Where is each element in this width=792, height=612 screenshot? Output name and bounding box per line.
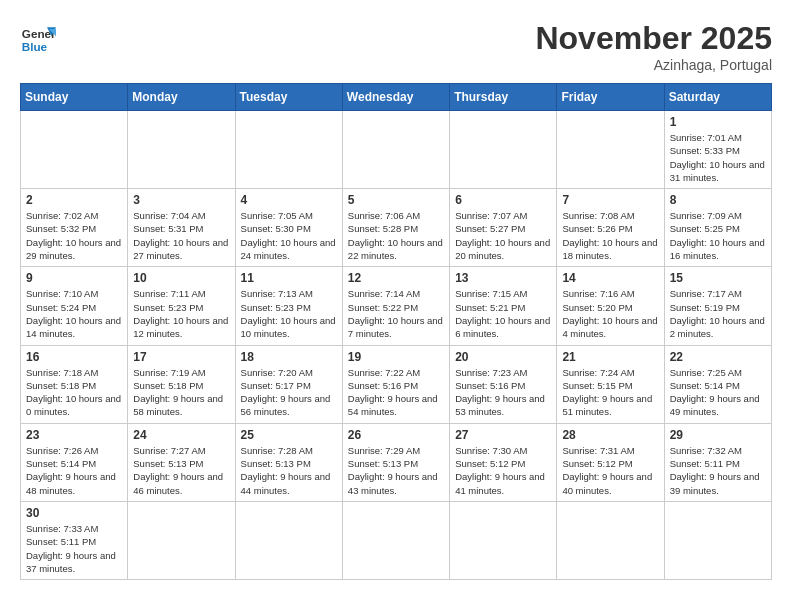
calendar-day-cell (235, 111, 342, 189)
day-info: Sunrise: 7:10 AM Sunset: 5:24 PM Dayligh… (26, 287, 122, 340)
day-number: 23 (26, 428, 122, 442)
day-number: 9 (26, 271, 122, 285)
day-number: 30 (26, 506, 122, 520)
day-number: 26 (348, 428, 444, 442)
calendar-day-cell: 12Sunrise: 7:14 AM Sunset: 5:22 PM Dayli… (342, 267, 449, 345)
day-info: Sunrise: 7:22 AM Sunset: 5:16 PM Dayligh… (348, 366, 444, 419)
calendar-week-row: 30Sunrise: 7:33 AM Sunset: 5:11 PM Dayli… (21, 501, 772, 579)
calendar-day-cell (557, 501, 664, 579)
calendar-day-cell: 3Sunrise: 7:04 AM Sunset: 5:31 PM Daylig… (128, 189, 235, 267)
calendar-day-cell (342, 111, 449, 189)
calendar-day-cell: 28Sunrise: 7:31 AM Sunset: 5:12 PM Dayli… (557, 423, 664, 501)
day-number: 8 (670, 193, 766, 207)
calendar-week-row: 1Sunrise: 7:01 AM Sunset: 5:33 PM Daylig… (21, 111, 772, 189)
calendar-week-row: 16Sunrise: 7:18 AM Sunset: 5:18 PM Dayli… (21, 345, 772, 423)
calendar-day-cell: 10Sunrise: 7:11 AM Sunset: 5:23 PM Dayli… (128, 267, 235, 345)
weekday-header: Thursday (450, 84, 557, 111)
day-number: 11 (241, 271, 337, 285)
day-number: 12 (348, 271, 444, 285)
day-info: Sunrise: 7:24 AM Sunset: 5:15 PM Dayligh… (562, 366, 658, 419)
calendar-day-cell: 20Sunrise: 7:23 AM Sunset: 5:16 PM Dayli… (450, 345, 557, 423)
weekday-header: Friday (557, 84, 664, 111)
weekday-header: Tuesday (235, 84, 342, 111)
calendar-day-cell: 21Sunrise: 7:24 AM Sunset: 5:15 PM Dayli… (557, 345, 664, 423)
svg-text:Blue: Blue (22, 40, 48, 53)
day-info: Sunrise: 7:13 AM Sunset: 5:23 PM Dayligh… (241, 287, 337, 340)
day-info: Sunrise: 7:05 AM Sunset: 5:30 PM Dayligh… (241, 209, 337, 262)
calendar-day-cell: 24Sunrise: 7:27 AM Sunset: 5:13 PM Dayli… (128, 423, 235, 501)
day-info: Sunrise: 7:14 AM Sunset: 5:22 PM Dayligh… (348, 287, 444, 340)
day-info: Sunrise: 7:31 AM Sunset: 5:12 PM Dayligh… (562, 444, 658, 497)
day-info: Sunrise: 7:16 AM Sunset: 5:20 PM Dayligh… (562, 287, 658, 340)
day-info: Sunrise: 7:18 AM Sunset: 5:18 PM Dayligh… (26, 366, 122, 419)
day-info: Sunrise: 7:33 AM Sunset: 5:11 PM Dayligh… (26, 522, 122, 575)
calendar-day-cell: 6Sunrise: 7:07 AM Sunset: 5:27 PM Daylig… (450, 189, 557, 267)
day-info: Sunrise: 7:27 AM Sunset: 5:13 PM Dayligh… (133, 444, 229, 497)
logo-icon: General Blue (20, 20, 56, 56)
calendar-day-cell: 17Sunrise: 7:19 AM Sunset: 5:18 PM Dayli… (128, 345, 235, 423)
weekday-header: Monday (128, 84, 235, 111)
calendar-day-cell: 23Sunrise: 7:26 AM Sunset: 5:14 PM Dayli… (21, 423, 128, 501)
day-info: Sunrise: 7:28 AM Sunset: 5:13 PM Dayligh… (241, 444, 337, 497)
calendar-day-cell (450, 111, 557, 189)
calendar-day-cell (128, 501, 235, 579)
day-number: 28 (562, 428, 658, 442)
day-number: 19 (348, 350, 444, 364)
calendar-day-cell: 16Sunrise: 7:18 AM Sunset: 5:18 PM Dayli… (21, 345, 128, 423)
day-info: Sunrise: 7:04 AM Sunset: 5:31 PM Dayligh… (133, 209, 229, 262)
day-number: 29 (670, 428, 766, 442)
location: Azinhaga, Portugal (535, 57, 772, 73)
day-number: 13 (455, 271, 551, 285)
day-number: 20 (455, 350, 551, 364)
day-number: 25 (241, 428, 337, 442)
calendar-day-cell: 5Sunrise: 7:06 AM Sunset: 5:28 PM Daylig… (342, 189, 449, 267)
calendar-day-cell: 7Sunrise: 7:08 AM Sunset: 5:26 PM Daylig… (557, 189, 664, 267)
day-info: Sunrise: 7:32 AM Sunset: 5:11 PM Dayligh… (670, 444, 766, 497)
day-info: Sunrise: 7:09 AM Sunset: 5:25 PM Dayligh… (670, 209, 766, 262)
day-info: Sunrise: 7:30 AM Sunset: 5:12 PM Dayligh… (455, 444, 551, 497)
calendar-week-row: 23Sunrise: 7:26 AM Sunset: 5:14 PM Dayli… (21, 423, 772, 501)
day-number: 27 (455, 428, 551, 442)
day-info: Sunrise: 7:15 AM Sunset: 5:21 PM Dayligh… (455, 287, 551, 340)
day-info: Sunrise: 7:08 AM Sunset: 5:26 PM Dayligh… (562, 209, 658, 262)
calendar-day-cell: 29Sunrise: 7:32 AM Sunset: 5:11 PM Dayli… (664, 423, 771, 501)
calendar-day-cell: 14Sunrise: 7:16 AM Sunset: 5:20 PM Dayli… (557, 267, 664, 345)
calendar-day-cell (128, 111, 235, 189)
day-number: 15 (670, 271, 766, 285)
day-info: Sunrise: 7:20 AM Sunset: 5:17 PM Dayligh… (241, 366, 337, 419)
calendar-day-cell (664, 501, 771, 579)
calendar-day-cell: 30Sunrise: 7:33 AM Sunset: 5:11 PM Dayli… (21, 501, 128, 579)
calendar-day-cell: 27Sunrise: 7:30 AM Sunset: 5:12 PM Dayli… (450, 423, 557, 501)
day-number: 14 (562, 271, 658, 285)
day-info: Sunrise: 7:06 AM Sunset: 5:28 PM Dayligh… (348, 209, 444, 262)
calendar-day-cell: 19Sunrise: 7:22 AM Sunset: 5:16 PM Dayli… (342, 345, 449, 423)
day-number: 16 (26, 350, 122, 364)
month-title: November 2025 (535, 20, 772, 57)
day-number: 7 (562, 193, 658, 207)
day-info: Sunrise: 7:26 AM Sunset: 5:14 PM Dayligh… (26, 444, 122, 497)
calendar-day-cell (21, 111, 128, 189)
calendar-day-cell: 25Sunrise: 7:28 AM Sunset: 5:13 PM Dayli… (235, 423, 342, 501)
day-number: 5 (348, 193, 444, 207)
calendar-day-cell: 2Sunrise: 7:02 AM Sunset: 5:32 PM Daylig… (21, 189, 128, 267)
day-info: Sunrise: 7:02 AM Sunset: 5:32 PM Dayligh… (26, 209, 122, 262)
calendar-day-cell (557, 111, 664, 189)
day-info: Sunrise: 7:23 AM Sunset: 5:16 PM Dayligh… (455, 366, 551, 419)
day-number: 17 (133, 350, 229, 364)
weekday-header: Saturday (664, 84, 771, 111)
calendar-day-cell: 9Sunrise: 7:10 AM Sunset: 5:24 PM Daylig… (21, 267, 128, 345)
day-info: Sunrise: 7:29 AM Sunset: 5:13 PM Dayligh… (348, 444, 444, 497)
day-info: Sunrise: 7:25 AM Sunset: 5:14 PM Dayligh… (670, 366, 766, 419)
day-info: Sunrise: 7:17 AM Sunset: 5:19 PM Dayligh… (670, 287, 766, 340)
calendar-day-cell: 22Sunrise: 7:25 AM Sunset: 5:14 PM Dayli… (664, 345, 771, 423)
weekday-header: Wednesday (342, 84, 449, 111)
calendar-day-cell (235, 501, 342, 579)
day-number: 4 (241, 193, 337, 207)
calendar-week-row: 2Sunrise: 7:02 AM Sunset: 5:32 PM Daylig… (21, 189, 772, 267)
day-info: Sunrise: 7:19 AM Sunset: 5:18 PM Dayligh… (133, 366, 229, 419)
day-number: 21 (562, 350, 658, 364)
calendar-day-cell: 15Sunrise: 7:17 AM Sunset: 5:19 PM Dayli… (664, 267, 771, 345)
day-number: 22 (670, 350, 766, 364)
day-info: Sunrise: 7:01 AM Sunset: 5:33 PM Dayligh… (670, 131, 766, 184)
calendar-day-cell: 8Sunrise: 7:09 AM Sunset: 5:25 PM Daylig… (664, 189, 771, 267)
